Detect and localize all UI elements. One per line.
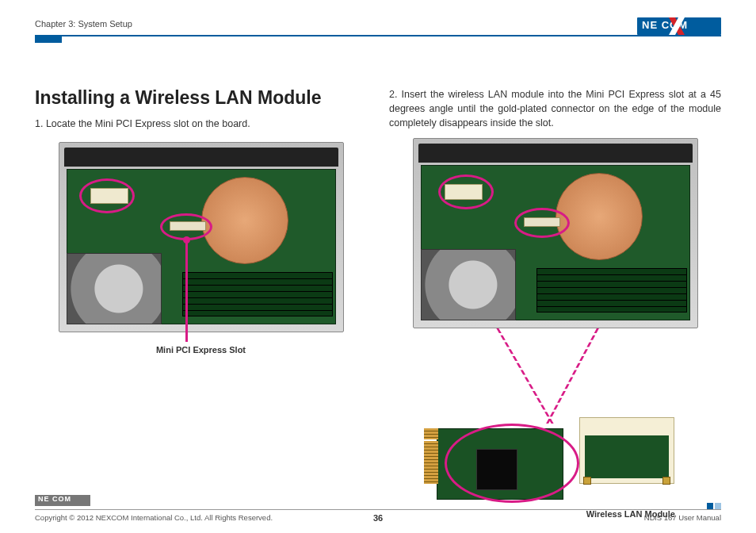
hard-drive — [421, 249, 516, 320]
heatsink-copper — [556, 173, 643, 260]
header-tab — [35, 36, 62, 43]
callout-circle-icon — [79, 178, 135, 213]
page-number: 36 — [35, 513, 721, 523]
ram-modules — [536, 268, 687, 313]
antenna-pad — [662, 477, 670, 485]
callout-circle-icon — [514, 208, 570, 238]
dashed-line-icon — [546, 328, 599, 424]
footer-logo-text: NE COM — [38, 495, 71, 503]
footer-row: Copyright © 2012 NEXCOM International Co… — [35, 513, 721, 522]
gold-edge-connector — [424, 441, 438, 484]
header-rule — [35, 35, 721, 36]
chapter-label: Chapter 3: System Setup — [35, 17, 132, 29]
left-column: Installing a Wireless LAN Module 1. Loca… — [35, 87, 367, 519]
section-title: Installing a Wireless LAN Module — [35, 87, 367, 109]
step-1-text: 1. Locate the Mini PCI Express slot on t… — [35, 117, 367, 131]
gold-edge-connector — [424, 428, 438, 439]
callout-leader-line — [185, 239, 188, 342]
wlan-module-small — [579, 417, 674, 484]
hard-drive — [67, 253, 162, 324]
body-columns: Installing a Wireless LAN Module 1. Loca… — [35, 87, 721, 519]
wlan-module-photo — [437, 417, 674, 504]
page-header: Chapter 3: System Setup NE COM — [35, 17, 721, 44]
footer-rule — [35, 509, 721, 510]
logo-x-icon — [669, 17, 685, 35]
board-photo-right — [413, 138, 698, 328]
step-2-text: 2. Insert the wireless LAN module into t… — [389, 87, 721, 130]
callout-circle-icon — [438, 174, 494, 209]
module-face — [585, 435, 669, 478]
callout-dashed-lines — [413, 328, 698, 424]
footer-logo: NE COM — [35, 495, 90, 506]
board-photo-left — [59, 142, 344, 332]
dashed-line-icon — [496, 328, 553, 424]
caption-left: Mini PCI Express Slot — [35, 345, 367, 355]
right-column: 2. Insert the wireless LAN module into t… — [389, 87, 721, 519]
ram-modules — [182, 272, 333, 316]
page-footer: NE COM Copyright © 2012 NEXCOM Internati… — [35, 495, 721, 522]
manual-page: Chapter 3: System Setup NE COM Installin… — [0, 0, 756, 533]
antenna-pad — [583, 477, 591, 485]
callout-circle-icon — [445, 424, 579, 503]
nexcom-logo: NE COM — [637, 17, 721, 35]
heatsink-copper — [201, 177, 288, 264]
